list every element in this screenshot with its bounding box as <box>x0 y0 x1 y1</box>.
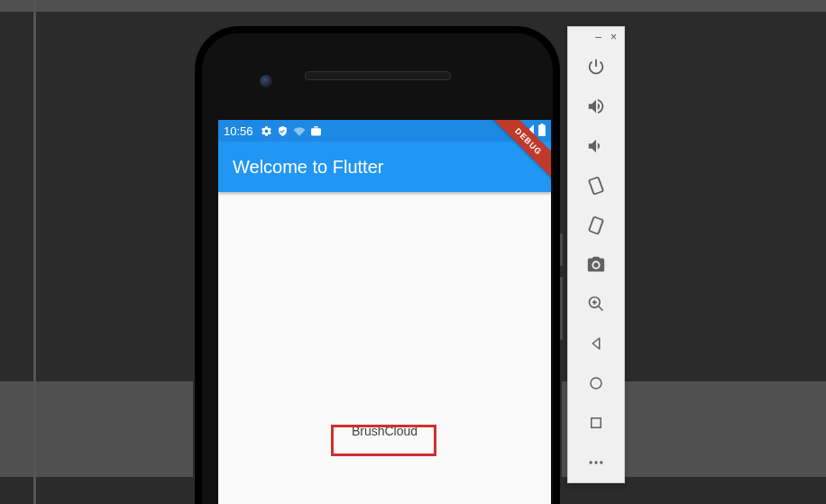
device-speaker <box>305 71 451 80</box>
status-icons-left <box>261 125 322 137</box>
center-text: BrushCloud <box>332 415 437 447</box>
minimize-button[interactable]: – <box>595 32 601 42</box>
svg-rect-0 <box>538 124 546 135</box>
rotate-left-button[interactable] <box>576 166 616 206</box>
device-side-button-1 <box>560 234 563 266</box>
app-bar: Welcome to Flutter <box>218 142 551 192</box>
close-button[interactable]: × <box>610 32 617 42</box>
device-camera <box>260 75 272 87</box>
svg-line-6 <box>599 307 603 311</box>
device-side-button-2 <box>560 277 563 340</box>
status-clock: 10:56 <box>224 124 253 138</box>
svg-point-4 <box>593 263 599 269</box>
svg-point-12 <box>594 461 597 463</box>
wifi-icon <box>293 125 306 137</box>
svg-rect-1 <box>540 124 543 125</box>
home-button[interactable] <box>576 363 616 403</box>
settings-icon <box>261 125 272 137</box>
briefcase-icon <box>310 125 322 137</box>
volume-up-button[interactable] <box>576 87 616 126</box>
battery-icon <box>538 124 546 139</box>
toolbar-window-controls: – × <box>568 27 624 47</box>
back-button[interactable] <box>576 324 616 363</box>
svg-rect-2 <box>589 177 603 194</box>
svg-rect-10 <box>592 418 601 428</box>
editor-gutter <box>33 0 36 504</box>
device-screen: 10:56 <box>218 120 551 504</box>
status-icons-right <box>523 120 546 142</box>
power-button[interactable] <box>576 47 616 87</box>
zoom-in-button[interactable] <box>576 284 616 324</box>
screenshot-button[interactable] <box>576 244 616 284</box>
overview-button[interactable] <box>576 403 616 443</box>
svg-point-11 <box>590 461 592 463</box>
volume-down-button[interactable] <box>576 126 616 166</box>
emulator-toolbar: – × <box>567 26 625 483</box>
device-frame: 10:56 <box>195 26 560 504</box>
svg-rect-3 <box>589 216 603 234</box>
status-bar: 10:56 <box>218 120 551 142</box>
svg-point-9 <box>591 378 601 389</box>
signal-icon <box>523 124 535 138</box>
svg-point-13 <box>600 461 602 463</box>
more-button[interactable] <box>576 443 616 482</box>
editor-bg-top <box>0 0 826 12</box>
app-bar-title: Welcome to Flutter <box>233 157 383 178</box>
rotate-right-button[interactable] <box>576 206 616 245</box>
app-body: BrushCloud <box>218 192 551 504</box>
shield-icon <box>277 125 289 137</box>
device-bezel: 10:56 <box>202 33 553 504</box>
